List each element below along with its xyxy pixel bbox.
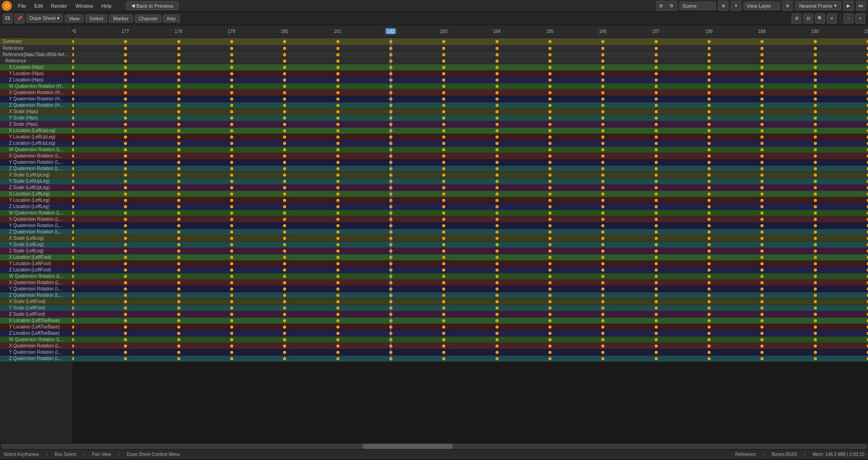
- keyframe-dot-29-0[interactable]: [72, 224, 74, 227]
- keyframe-dot-8-4[interactable]: [283, 91, 286, 94]
- keyframe-dot-27-4[interactable]: [283, 211, 286, 214]
- keyframe-dot-22-3[interactable]: [230, 180, 233, 183]
- keyframe-dot-47-3[interactable]: [230, 338, 233, 341]
- keyframe-dot-3-7[interactable]: [442, 59, 445, 62]
- keyframe-dot-25-8[interactable]: [495, 199, 499, 202]
- keyframe-dot-16-12[interactable]: [708, 142, 711, 145]
- keyframe-dot-4-14[interactable]: [814, 66, 817, 69]
- keyframe-dot-45-5[interactable]: [336, 325, 340, 328]
- keyframe-dot-12-14[interactable]: [814, 116, 817, 119]
- settings-icon[interactable]: ⚙: [667, 1, 677, 11]
- keyframe-dot-15-12[interactable]: [708, 135, 711, 138]
- keyframe-dot-40-0[interactable]: [72, 294, 74, 297]
- keyframe-dot-30-9[interactable]: [548, 230, 552, 233]
- keyframe-dot-12-9[interactable]: [548, 116, 552, 119]
- keyframe-dot-35-14[interactable]: [814, 262, 817, 265]
- keyframe-dot-5-5[interactable]: [336, 72, 340, 75]
- mode-selector[interactable]: Dope Sheet ▾: [26, 14, 63, 23]
- keyframe-dot-21-2[interactable]: [177, 173, 180, 176]
- keyframe-dot-46-14[interactable]: [814, 332, 817, 335]
- keyframe-dot-23-9[interactable]: [548, 186, 552, 189]
- keyframe-dot-31-2[interactable]: [177, 237, 180, 240]
- keyframe-dot-40-13[interactable]: [760, 294, 764, 297]
- keyframe-dot-45-1[interactable]: [124, 325, 127, 328]
- keyframe-dot-44-9[interactable]: [548, 319, 552, 322]
- keyframe-dot-40-1[interactable]: [124, 294, 127, 297]
- keyframe-dot-5-0[interactable]: [72, 72, 74, 75]
- keyframe-dot-49-11[interactable]: [655, 351, 658, 354]
- keyframe-dot-23-13[interactable]: [760, 186, 764, 189]
- keyframe-dot-21-9[interactable]: [548, 173, 552, 176]
- keyframe-dot-21-4[interactable]: [283, 173, 286, 176]
- keyframe-dot-46-1[interactable]: [124, 332, 127, 335]
- keyframe-dot-2-13[interactable]: [760, 53, 764, 56]
- keyframe-dot-25-4[interactable]: [283, 199, 286, 202]
- keyframe-dot-26-4[interactable]: [283, 205, 286, 208]
- keyframe-dot-22-10[interactable]: [601, 180, 604, 183]
- keyframe-dot-1-5[interactable]: [336, 47, 340, 50]
- keyframe-dot-49-12[interactable]: [708, 351, 711, 354]
- keyframe-dot-24-3[interactable]: [230, 192, 233, 195]
- keyframe-dot-29-7[interactable]: [442, 224, 445, 227]
- keyframe-dot-26-12[interactable]: [708, 205, 711, 208]
- keyframe-dot-22-14[interactable]: [814, 180, 817, 183]
- keyframe-dot-42-9[interactable]: [548, 306, 552, 309]
- keyframe-dot-12-11[interactable]: [655, 116, 658, 119]
- keyframe-dot-14-8[interactable]: [495, 129, 499, 132]
- keyframe-dot-8-0[interactable]: [72, 91, 74, 94]
- keyframe-dot-27-12[interactable]: [708, 211, 711, 214]
- keyframe-dot-35-9[interactable]: [548, 262, 552, 265]
- keyframe-dot-11-14[interactable]: [814, 110, 817, 113]
- keyframe-dot-49-8[interactable]: [495, 351, 499, 354]
- keyframe-dot-15-4[interactable]: [283, 135, 286, 138]
- keyframe-dot-4-9[interactable]: [548, 66, 552, 69]
- keyframe-dot-22-12[interactable]: [708, 180, 711, 183]
- keyframe-dot-15-14[interactable]: [814, 135, 817, 138]
- keyframe-dot-22-11[interactable]: [655, 180, 658, 183]
- keyframe-dot-24-5[interactable]: [336, 192, 340, 195]
- keyframe-dot-46-10[interactable]: [601, 332, 604, 335]
- keyframe-dot-0-1[interactable]: [124, 40, 127, 43]
- nearest-frame-btn[interactable]: Nearest Frame ▾: [795, 1, 841, 10]
- keyframe-dot-27-0[interactable]: [72, 211, 74, 214]
- keyframe-dot-1-9[interactable]: [548, 47, 552, 50]
- keyframe-dot-29-11[interactable]: [655, 224, 658, 227]
- keyframe-dot-43-9[interactable]: [548, 313, 552, 316]
- keyframe-dot-36-14[interactable]: [814, 268, 817, 271]
- keyframe-dot-10-1[interactable]: [124, 104, 127, 107]
- keyframe-dot-4-13[interactable]: [760, 66, 764, 69]
- keyframe-dot-47-14[interactable]: [814, 338, 817, 341]
- keyframe-dot-28-9[interactable]: [548, 218, 552, 221]
- keyframe-dot-1-8[interactable]: [495, 47, 499, 50]
- search-icon[interactable]: 🔍: [815, 14, 825, 24]
- keyframe-dot-48-8[interactable]: [495, 344, 499, 347]
- keyframe-dot-16-7[interactable]: [442, 142, 445, 145]
- collapse-icon[interactable]: ⊟: [803, 14, 813, 24]
- keyframe-dot-45-11[interactable]: [655, 325, 658, 328]
- keyframe-dot-12-12[interactable]: [708, 116, 711, 119]
- keyframe-dot-23-10[interactable]: [601, 186, 604, 189]
- keyframe-dot-29-3[interactable]: [230, 224, 233, 227]
- view-layer-icon[interactable]: ⊕: [783, 1, 793, 11]
- keyframe-dot-7-14[interactable]: [814, 85, 817, 88]
- keyframe-dot-23-11[interactable]: [655, 186, 658, 189]
- keyframe-dot-50-1[interactable]: [124, 357, 127, 360]
- keyframe-dot-32-4[interactable]: [283, 243, 286, 246]
- keyframe-dot-38-2[interactable]: [177, 281, 180, 284]
- keyframe-dot-24-0[interactable]: [72, 192, 74, 195]
- keyframe-dot-26-10[interactable]: [601, 205, 604, 208]
- keyframe-dot-1-7[interactable]: [442, 47, 445, 50]
- keyframe-dot-9-12[interactable]: [708, 97, 711, 100]
- keyframe-dot-19-10[interactable]: [601, 161, 604, 164]
- keyframe-dot-40-10[interactable]: [601, 294, 604, 297]
- keyframe-dot-25-14[interactable]: [814, 199, 817, 202]
- keyframe-dot-28-12[interactable]: [708, 218, 711, 221]
- keyframe-dot-39-11[interactable]: [655, 287, 658, 290]
- keyframe-dot-30-7[interactable]: [442, 230, 445, 233]
- keyframe-dot-49-1[interactable]: [124, 351, 127, 354]
- keyframe-dot-48-7[interactable]: [442, 344, 445, 347]
- keyframe-dot-38-0[interactable]: [72, 281, 74, 284]
- keyframe-dot-39-8[interactable]: [495, 287, 499, 290]
- keyframe-dot-39-0[interactable]: [72, 287, 74, 290]
- keyframe-dot-33-0[interactable]: [72, 249, 74, 252]
